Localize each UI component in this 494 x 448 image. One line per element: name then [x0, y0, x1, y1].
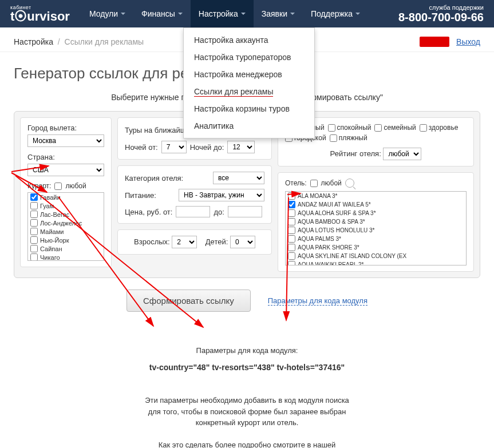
resort-any-label: любой — [65, 182, 86, 190]
adults-label: Взрослых: — [134, 237, 170, 246]
tag-family: семейный — [374, 124, 416, 132]
nav-modules[interactable]: Модули — [81, 0, 133, 27]
breadcrumb: Настройка / Ссылки для рекламы — [14, 37, 144, 46]
logout-link[interactable]: Выход — [456, 37, 480, 46]
category-label: Категория отеля: — [125, 174, 210, 183]
tag-calm: спокойный — [328, 124, 372, 132]
resort-label: Курорт: — [27, 182, 51, 190]
depart-select[interactable]: Москва — [27, 134, 104, 147]
price-to-label: до: — [214, 208, 224, 216]
support-phone: 8-800-700-09-66 — [398, 11, 484, 24]
tag-beach: пляжный — [330, 134, 367, 142]
depart-box: Город вылета: Москва Страна: США Курорт:… — [20, 117, 112, 267]
meal-select[interactable]: HB - Завтрак, ужин — [179, 189, 264, 201]
dropdown-cart[interactable]: Настройка корзины туров — [184, 100, 314, 117]
hotel-any-checkbox[interactable] — [310, 180, 318, 187]
user-badge — [420, 37, 449, 47]
dropdown-adlinks[interactable]: Ссылки для рекламы — [184, 83, 314, 100]
country-select[interactable]: США — [27, 164, 104, 176]
action-row: Сформировать ссылку Параметры для кода м… — [14, 290, 480, 312]
price-to-input[interactable] — [228, 206, 262, 217]
caret-icon — [121, 13, 125, 15]
hotel-list[interactable]: ALA MOANA 3* ANDAZ MAUI AT WAILEA 5* AQU… — [285, 191, 467, 265]
rating-label: Рейтинг отеля: — [330, 149, 381, 158]
support-label: служба поддержки — [398, 4, 484, 11]
list-item: Лос-Анджелес — [28, 219, 104, 227]
nav-support[interactable]: Поддержка — [303, 0, 368, 27]
category-select[interactable]: все — [213, 172, 264, 184]
main-nav: Модули Финансы Настройка Заявки Поддержк… — [81, 0, 368, 27]
children-label: Детей: — [205, 237, 228, 246]
nights-to-label: Ночей до: — [190, 143, 224, 152]
tag-health: здоровье — [420, 124, 459, 132]
list-item: Гуам — [28, 201, 104, 210]
list-item: AQUA PARK SHORE 3* — [286, 243, 466, 252]
list-item: ALA MOANA 3* — [286, 192, 466, 200]
resort-list[interactable]: Гавайи Гуам Лас-Вегас Лос-Анджелес Майам… — [27, 192, 104, 261]
pax-box: Взрослых: 2 Детей: 0 — [117, 229, 272, 255]
meal-label: Питание: — [125, 191, 156, 200]
nav-settings[interactable]: Настройка — [191, 0, 254, 27]
dropdown-account[interactable]: Настройка аккаунта — [184, 31, 314, 49]
params-link[interactable]: Параметры для кода модуля — [268, 296, 367, 306]
dropdown-operators[interactable]: Настройка туроператоров — [184, 49, 314, 66]
nav-finance[interactable]: Финансы — [133, 0, 191, 27]
dropdown-analytics[interactable]: Аналитика — [184, 117, 314, 134]
list-item: ANDAZ MAUI AT WAILEA 5* — [286, 200, 466, 209]
list-item: AQUA LOTUS HONOLULU 3* — [286, 226, 466, 235]
hotel-label: Отель: — [285, 179, 307, 187]
breadcrumb-current: Ссылки для рекламы — [65, 37, 144, 46]
resort-any-checkbox[interactable] — [54, 183, 62, 190]
dropdown-managers[interactable]: Настройка менеджеров — [184, 66, 314, 83]
list-item: Нью-Йорк — [28, 236, 104, 244]
price-from-label: Цена, руб. от: — [125, 208, 172, 216]
list-item: Майами — [28, 227, 104, 236]
generate-button[interactable]: Сформировать ссылку — [127, 290, 251, 312]
logo-title: t⦿urvisor — [10, 10, 70, 23]
user-block: Выход — [420, 37, 480, 47]
price-from-input[interactable] — [176, 206, 210, 217]
params-code: tv-country="48" tv-resorts="438" tv-hote… — [14, 363, 480, 372]
nights-to-select[interactable]: 12 — [227, 141, 255, 153]
breadcrumb-root[interactable]: Настройка — [14, 37, 53, 46]
params-block: Параметры для кода модуля: tv-country="4… — [14, 346, 480, 448]
params-title: Параметры для кода модуля: — [14, 346, 480, 355]
list-item: Чикаго — [28, 253, 104, 261]
depart-label: Город вылета: — [27, 124, 104, 132]
hotel-box: Отель: любой ALA MOANA 3* ANDAZ MAUI AT … — [278, 172, 474, 272]
list-item: Лас-Вегас — [28, 210, 104, 219]
nights-from-label: Ночей от: — [125, 143, 158, 152]
main-header: кабинет t⦿urvisor Модули Финансы Настрой… — [0, 0, 494, 27]
list-item: AQUA SKYLINE AT ISLAND COLONY (EX — [286, 252, 466, 260]
list-item: AQUA ALOHA SURF & SPA 3* — [286, 209, 466, 217]
nav-requests[interactable]: Заявки — [254, 0, 303, 27]
adults-select[interactable]: 2 — [172, 236, 197, 248]
hotel-any-label: любой — [321, 179, 342, 187]
children-select[interactable]: 0 — [230, 236, 255, 248]
caret-icon — [241, 13, 246, 15]
caret-icon — [178, 13, 183, 15]
list-item: Сайпан — [28, 244, 104, 253]
rating-select[interactable]: любой — [383, 148, 421, 160]
list-item: AQUA WAIKIKI PEARL 2* — [286, 260, 466, 265]
search-icon[interactable] — [345, 179, 354, 188]
settings-dropdown: Настройка аккаунта Настройка туроператор… — [183, 27, 315, 138]
hotel-params-box: Категория отеля: все Питание: HB - Завтр… — [117, 165, 272, 224]
logo: кабинет t⦿urvisor — [10, 5, 70, 23]
support-info: служба поддержки 8-800-700-09-66 — [398, 4, 484, 24]
list-item: AQUA PALMS 3* — [286, 235, 466, 243]
list-item: Гавайи — [28, 193, 104, 201]
country-label: Страна: — [27, 153, 104, 161]
caret-icon — [355, 13, 360, 15]
list-item: AQUA BAMBOO & SPA 3* — [286, 217, 466, 226]
nights-from-select[interactable]: 7 — [161, 141, 187, 153]
caret-icon — [290, 13, 295, 15]
